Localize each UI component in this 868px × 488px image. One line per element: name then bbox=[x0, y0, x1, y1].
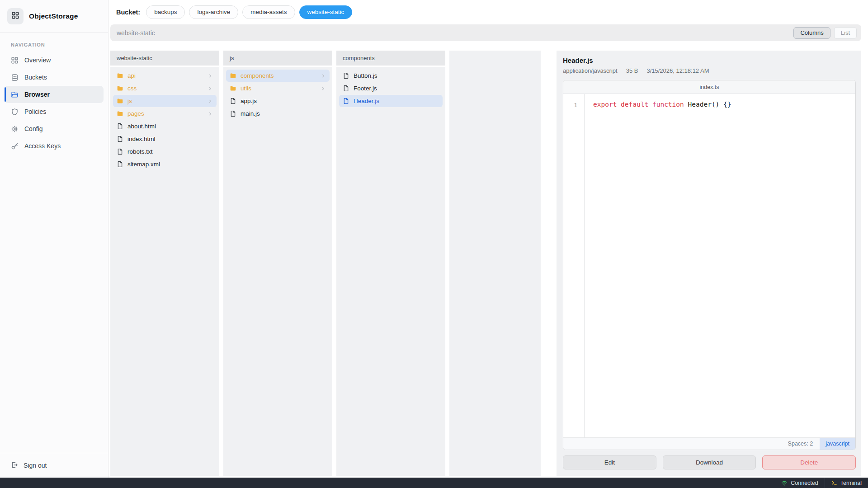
delete-button[interactable]: Delete bbox=[762, 455, 856, 469]
code-editor: index.ts 1 export default function Heade… bbox=[563, 80, 856, 450]
file-icon bbox=[117, 161, 123, 168]
grid-logo-icon bbox=[11, 11, 19, 21]
file-row-button-js[interactable]: Button.js bbox=[339, 70, 443, 82]
key-icon bbox=[11, 142, 19, 150]
current-bucket-name: website-static bbox=[117, 29, 155, 37]
preview-file-name: Header.js bbox=[563, 56, 856, 64]
file-icon bbox=[230, 98, 236, 104]
bucket-pill-logs-archive[interactable]: logs-archive bbox=[189, 5, 238, 19]
grid-icon bbox=[11, 11, 19, 19]
sidebar-item-overview[interactable]: Overview bbox=[5, 52, 104, 69]
item-name: index.html bbox=[127, 136, 156, 142]
grid-icon bbox=[11, 56, 19, 64]
browser-column-website-static: website-staticapicssjspagesabout.htmlind… bbox=[110, 51, 219, 476]
editor-spaces-indicator: Spaces: 2 bbox=[788, 441, 813, 447]
folder-row-components[interactable]: components bbox=[226, 70, 330, 82]
file-actions: EditDownloadDelete bbox=[563, 455, 856, 469]
content-area: website-staticapicssjspagesabout.htmlind… bbox=[110, 51, 861, 476]
code-token: Header() {} bbox=[688, 101, 731, 108]
sidebar-item-browser[interactable]: Browser bbox=[5, 86, 104, 103]
file-row-main-js[interactable]: main.js bbox=[226, 108, 330, 120]
view-mode-columns-button[interactable]: Columns bbox=[793, 27, 830, 39]
file-icon bbox=[117, 136, 123, 142]
wifi-icon bbox=[781, 480, 788, 486]
column-body: componentsutilsapp.jsmain.js bbox=[223, 67, 332, 476]
file-row-sitemap-xml[interactable]: sitemap.xml bbox=[113, 158, 217, 170]
code-line: export default function Header() {} bbox=[593, 100, 731, 109]
miller-columns: website-staticapicssjspagesabout.htmlind… bbox=[110, 51, 541, 476]
bucket-pill-website-static[interactable]: website-static bbox=[299, 5, 353, 19]
connection-status-label: Connected bbox=[791, 480, 818, 486]
app-root: ObjectStorage NAVIGATION OverviewBuckets… bbox=[0, 0, 868, 478]
chevron-right-icon bbox=[208, 73, 213, 79]
file-row-app-js[interactable]: app.js bbox=[226, 95, 330, 107]
folder-row-js[interactable]: js bbox=[113, 95, 217, 107]
folder-icon bbox=[230, 85, 236, 92]
editor-language-badge: javascript bbox=[820, 438, 855, 450]
preview-file-size: 35 B bbox=[626, 67, 638, 74]
terminal-button[interactable]: Terminal bbox=[825, 478, 868, 488]
editor-tab[interactable]: index.ts bbox=[563, 80, 855, 94]
chevron-right-icon bbox=[208, 111, 213, 117]
sidebar-item-policies[interactable]: Policies bbox=[5, 103, 104, 120]
item-name: components bbox=[241, 72, 274, 79]
file-row-robots-txt[interactable]: robots.txt bbox=[113, 145, 217, 158]
main-area: Bucket: backupslogs-archivemedia-assetsw… bbox=[108, 0, 868, 478]
browser-column-empty bbox=[449, 51, 541, 476]
view-mode-list-button[interactable]: List bbox=[834, 27, 857, 39]
preview-mime-type: application/javascript bbox=[563, 67, 618, 74]
file-icon bbox=[343, 72, 349, 79]
item-name: main.js bbox=[241, 110, 260, 117]
sidebar-item-label: Overview bbox=[24, 56, 51, 64]
app-title: ObjectStorage bbox=[29, 12, 78, 20]
item-name: pages bbox=[127, 110, 144, 117]
folder-row-utils[interactable]: utils bbox=[226, 82, 330, 94]
app-logo: ObjectStorage bbox=[0, 0, 108, 33]
view-toggle: ColumnsList bbox=[793, 27, 857, 39]
sidebar-item-buckets[interactable]: Buckets bbox=[5, 69, 104, 86]
bucket-pills: backupslogs-archivemedia-assetswebsite-s… bbox=[146, 5, 352, 19]
logout-icon bbox=[11, 461, 18, 470]
folder-row-css[interactable]: css bbox=[113, 82, 217, 94]
item-name: about.html bbox=[127, 123, 156, 130]
file-row-index-html[interactable]: index.html bbox=[113, 133, 217, 145]
file-row-header-js[interactable]: Header.js bbox=[339, 95, 443, 107]
folder-row-api[interactable]: api bbox=[113, 70, 217, 82]
sidebar-item-label: Policies bbox=[24, 108, 46, 115]
sign-out-button[interactable]: Sign out bbox=[0, 453, 108, 478]
file-row-footer-js[interactable]: Footer.js bbox=[339, 82, 443, 94]
folder-icon bbox=[230, 72, 236, 79]
file-icon bbox=[343, 85, 349, 92]
file-icon bbox=[343, 98, 349, 104]
bucket-pill-media-assets[interactable]: media-assets bbox=[242, 5, 295, 19]
folder-row-pages[interactable]: pages bbox=[113, 108, 217, 120]
folder-icon bbox=[117, 85, 123, 92]
folder-icon bbox=[117, 110, 123, 117]
folder-icon bbox=[117, 72, 123, 79]
gear-icon bbox=[11, 125, 19, 133]
chevron-right-icon bbox=[321, 86, 326, 91]
browser-column-js: jscomponentsutilsapp.jsmain.js bbox=[223, 51, 332, 476]
terminal-icon bbox=[831, 480, 837, 486]
editor-body: 1 export default function Header() {} bbox=[563, 94, 855, 437]
connection-status: Connected bbox=[775, 478, 824, 488]
column-body bbox=[449, 51, 541, 476]
status-bar: Connected Terminal bbox=[0, 478, 868, 488]
preview-modified-date: 3/15/2026, 12:18:12 AM bbox=[646, 67, 709, 74]
browser-column-components: componentsButton.jsFooter.jsHeader.js bbox=[336, 51, 445, 476]
sidebar-item-config[interactable]: Config bbox=[5, 120, 104, 137]
edit-button[interactable]: Edit bbox=[563, 455, 656, 469]
path-bar: website-static ColumnsList bbox=[110, 24, 861, 41]
bucket-pill-backups[interactable]: backups bbox=[146, 5, 185, 19]
line-number: 1 bbox=[563, 100, 577, 110]
database-icon bbox=[11, 74, 19, 81]
sidebar-item-access-keys[interactable]: Access Keys bbox=[5, 137, 104, 155]
bucket-bar: Bucket: backupslogs-archivemedia-assetsw… bbox=[108, 0, 868, 24]
column-body: apicssjspagesabout.htmlindex.htmlrobots.… bbox=[110, 67, 219, 476]
file-row-about-html[interactable]: about.html bbox=[113, 120, 217, 132]
download-button[interactable]: Download bbox=[663, 455, 756, 469]
item-name: robots.txt bbox=[127, 148, 153, 155]
item-name: Header.js bbox=[354, 98, 379, 104]
column-header: js bbox=[223, 51, 332, 66]
file-icon bbox=[230, 110, 236, 117]
